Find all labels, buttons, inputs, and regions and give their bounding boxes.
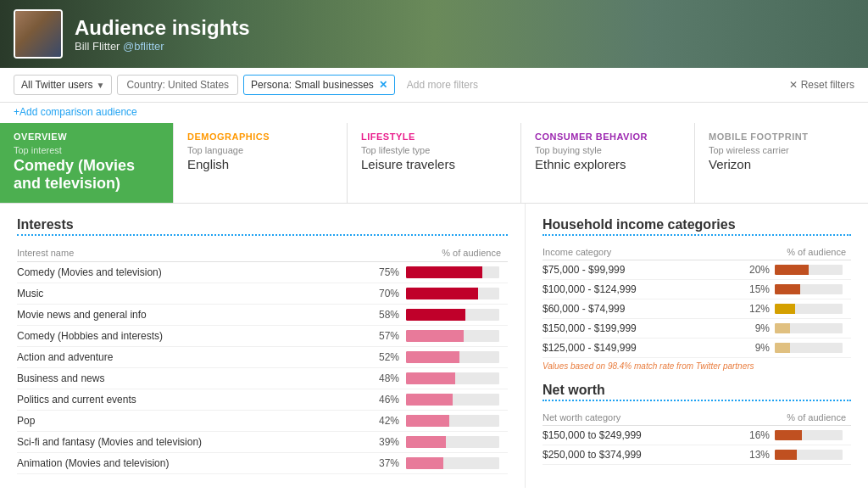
- persona-filter-tag[interactable]: Persona: Small businesses ✕: [243, 75, 395, 95]
- reset-filters-button[interactable]: ✕ Reset filters: [789, 79, 854, 91]
- tab-mobile-footprint-label: MOBILE FOOTPRINT: [709, 131, 854, 142]
- col-income-pct: % of audience: [745, 244, 851, 260]
- filter-bar: All Twitter users ▼ Country: United Stat…: [0, 68, 868, 103]
- header-text: Audience insights Bill Flitter @bflitter: [75, 16, 250, 53]
- networth-name: $250,000 to $374,999: [542, 445, 745, 465]
- tab-lifestyle-value: Leisure travelers: [361, 157, 507, 171]
- income-pct: 9%: [745, 319, 775, 339]
- networth-pct: 16%: [745, 426, 775, 445]
- tab-consumer-behavior-sublabel: Top buying style: [535, 145, 681, 155]
- table-row: $100,000 - $124,999 15%: [542, 280, 851, 299]
- tab-mobile-footprint[interactable]: MOBILE FOOTPRINT Top wireless carrier Ve…: [695, 123, 868, 203]
- income-bar: [775, 299, 851, 319]
- interest-bar: [406, 305, 508, 326]
- tab-overview-value: Comedy (Movies and television): [14, 157, 159, 193]
- table-row: Pop 42%: [17, 411, 508, 432]
- interests-title: Interests: [17, 217, 508, 232]
- networth-bar: [775, 426, 851, 445]
- income-table: Income category % of audience $75,000 - …: [542, 244, 851, 358]
- page-title: Audience insights: [75, 16, 250, 40]
- user-handle: @bflitter: [123, 40, 164, 53]
- interest-bar: [406, 283, 508, 305]
- interest-name: Business and news: [17, 368, 372, 389]
- table-row: Movie news and general info 58%: [17, 305, 508, 326]
- interest-bar: [406, 368, 508, 389]
- interest-name: Pop: [17, 411, 372, 432]
- networth-pct: 13%: [745, 445, 775, 465]
- interest-pct: 57%: [372, 326, 406, 347]
- tab-demographics[interactable]: DEMOGRAPHICS Top language English: [174, 123, 348, 203]
- right-panel: Household income categories Income categ…: [526, 204, 868, 488]
- interests-table: Interest name % of audience Comedy (Movi…: [17, 244, 508, 474]
- table-row: $60,000 - $74,999 12%: [542, 299, 851, 319]
- interest-bar: [406, 389, 508, 411]
- tab-lifestyle-label: LIFESTYLE: [361, 131, 507, 142]
- table-row: Action and adventure 52%: [17, 347, 508, 368]
- interest-pct: 37%: [372, 453, 406, 474]
- tab-lifestyle-sublabel: Top lifestyle type: [361, 145, 507, 155]
- income-bar: [775, 280, 851, 299]
- tab-overview-label: OVERVIEW: [14, 131, 159, 142]
- chevron-down-icon: ▼: [96, 81, 104, 90]
- close-icon[interactable]: ✕: [379, 79, 387, 91]
- tab-mobile-footprint-value: Verizon: [709, 157, 854, 171]
- income-pct: 12%: [745, 299, 775, 319]
- interest-name: Sci-fi and fantasy (Movies and televisio…: [17, 432, 372, 453]
- col-networth-pct: % of audience: [745, 410, 851, 426]
- interest-bar: [406, 432, 508, 453]
- avatar: [14, 9, 63, 59]
- table-row: $150,000 to $249,999 16%: [542, 426, 851, 445]
- networth-bar: [775, 445, 851, 465]
- col-interest-pct: % of audience: [372, 244, 508, 262]
- income-title: Household income categories: [542, 217, 851, 232]
- col-income-name: Income category: [542, 244, 745, 260]
- interest-pct: 70%: [372, 283, 406, 305]
- table-row: Animation (Movies and television) 37%: [17, 453, 508, 474]
- table-row: $75,000 - $99,999 20%: [542, 260, 851, 280]
- country-filter[interactable]: Country: United States: [117, 75, 238, 95]
- interests-panel: Interests Interest name % of audience Co…: [0, 204, 526, 488]
- user-info: Bill Flitter @bflitter: [75, 40, 250, 53]
- col-interest-name: Interest name: [17, 244, 372, 262]
- table-row: Comedy (Movies and television) 75%: [17, 262, 508, 283]
- add-filters-placeholder[interactable]: Add more filters: [400, 76, 784, 94]
- interest-pct: 39%: [372, 432, 406, 453]
- interest-name: Politics and current events: [17, 389, 372, 411]
- interests-divider: [17, 234, 508, 236]
- networth-title: Net worth: [542, 383, 851, 398]
- tab-consumer-behavior[interactable]: CONSUMER BEHAVIOR Top buying style Ethni…: [521, 123, 695, 203]
- table-row: $125,000 - $149,999 9%: [542, 339, 851, 358]
- interest-pct: 52%: [372, 347, 406, 368]
- interest-pct: 58%: [372, 305, 406, 326]
- interest-pct: 48%: [372, 368, 406, 389]
- interest-pct: 75%: [372, 262, 406, 283]
- interest-name: Comedy (Hobbies and interests): [17, 326, 372, 347]
- table-row: Business and news 48%: [17, 368, 508, 389]
- tab-consumer-behavior-label: CONSUMER BEHAVIOR: [535, 131, 681, 142]
- interest-pct: 42%: [372, 411, 406, 432]
- table-row: $250,000 to $374,999 13%: [542, 445, 851, 465]
- interest-name: Movie news and general info: [17, 305, 372, 326]
- income-pct: 15%: [745, 280, 775, 299]
- table-row: Sci-fi and fantasy (Movies and televisio…: [17, 432, 508, 453]
- income-bar: [775, 260, 851, 280]
- tab-overview[interactable]: OVERVIEW Top interest Comedy (Movies and…: [0, 123, 174, 203]
- audience-dropdown[interactable]: All Twitter users ▼: [14, 75, 112, 95]
- add-comparison-link[interactable]: +Add comparison audience: [0, 103, 868, 123]
- main-content: Interests Interest name % of audience Co…: [0, 204, 868, 488]
- interest-name: Animation (Movies and television): [17, 453, 372, 474]
- networth-name: $150,000 to $249,999: [542, 426, 745, 445]
- table-row: Politics and current events 46%: [17, 389, 508, 411]
- tab-overview-sublabel: Top interest: [14, 145, 159, 155]
- interest-bar: [406, 262, 508, 283]
- tab-demographics-sublabel: Top language: [187, 145, 333, 155]
- interest-name: Music: [17, 283, 372, 305]
- table-row: Music 70%: [17, 283, 508, 305]
- income-bar: [775, 319, 851, 339]
- income-name: $125,000 - $149,999: [542, 339, 745, 358]
- interest-name: Comedy (Movies and television): [17, 262, 372, 283]
- header: Audience insights Bill Flitter @bflitter: [0, 0, 868, 68]
- tab-lifestyle[interactable]: LIFESTYLE Top lifestyle type Leisure tra…: [348, 123, 521, 203]
- networth-divider: [542, 400, 851, 401]
- income-name: $75,000 - $99,999: [542, 260, 745, 280]
